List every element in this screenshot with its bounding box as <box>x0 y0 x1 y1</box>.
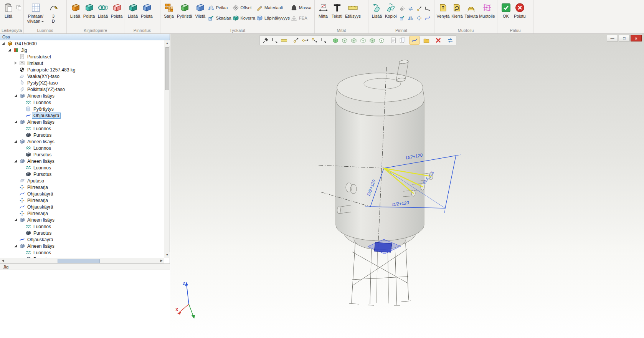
library-remove-button[interactable]: Poista <box>83 2 96 20</box>
scale-tool-button[interactable] <box>398 14 406 22</box>
muotoile-button[interactable]: Muotoile <box>479 2 495 20</box>
swap-tool-button[interactable] <box>407 5 414 13</box>
minimize-button[interactable]: — <box>607 35 618 41</box>
tank-top-head[interactable] <box>337 73 423 102</box>
tree-item-extrude[interactable]: Pursotus <box>0 171 164 177</box>
tree-item-revolve[interactable]: Pyöräytys <box>0 106 164 112</box>
tree-item-extrude[interactable]: Pursotus <box>0 230 164 236</box>
tree-item-sketch[interactable]: Luonnos <box>0 249 164 256</box>
tree-item-plane-xz[interactable]: Pysty(XZ)-taso <box>0 80 164 86</box>
kopioi-button[interactable]: Kopioi <box>384 2 398 20</box>
coating-remove-button[interactable]: Poista <box>140 2 154 20</box>
fea-button[interactable]: FEA <box>291 15 311 22</box>
pin-icon[interactable] <box>261 36 270 45</box>
materiaali-button[interactable]: Materiaali <box>256 4 290 11</box>
etaisyys-button[interactable]: Etäisyys <box>344 2 362 20</box>
ok-button[interactable]: OK <box>499 2 512 20</box>
tree-expander-icon[interactable] <box>14 218 18 222</box>
tree-item-aux-plane[interactable]: Aputaso <box>0 177 164 184</box>
snap-angle-icon[interactable] <box>301 36 310 45</box>
3d-model-scene[interactable]: D/2+120 D/2+120 D/2+120 22.5 22.5 <box>170 34 644 338</box>
tree-item-jig[interactable]: Jig <box>0 47 164 53</box>
tree-item-sketch[interactable]: Luonnos <box>0 164 164 171</box>
pick-tool-button[interactable] <box>424 5 431 13</box>
taivuta-button[interactable]: Taivuta <box>464 2 478 20</box>
pinnat-lisaa-button[interactable]: Lisää <box>370 2 383 20</box>
3d-viewport[interactable]: D/2+120 D/2+120 D/2+120 22.5 22.5 — □ × … <box>170 34 644 338</box>
tree-item-guide-curve[interactable]: Ohjauskäyrä <box>0 112 164 119</box>
view-side-icon[interactable] <box>358 36 368 45</box>
scroll-right-icon[interactable]: ▶ <box>159 258 164 263</box>
library-folder-icon[interactable] <box>422 36 431 45</box>
liita-button[interactable]: Liitä <box>2 2 15 20</box>
tree-item-part[interactable]: G4T50600 <box>0 40 164 47</box>
snap-center-icon[interactable] <box>291 36 301 45</box>
view-front-icon[interactable] <box>349 36 358 45</box>
tree-item-guide-curve[interactable]: Ohjauskäyrä <box>0 191 164 197</box>
kierra-button[interactable]: Kierrä <box>451 2 464 20</box>
tree-item-views[interactable]: Ilmiasut <box>0 60 164 66</box>
tree-expander-icon[interactable] <box>8 48 12 52</box>
koverra-button[interactable]: Koverra <box>232 15 256 22</box>
teksti-button[interactable]: Teksti <box>330 2 343 20</box>
tree-item-material-add[interactable]: Aineen lisäys <box>0 138 164 145</box>
swap-view-icon[interactable] <box>446 36 455 45</box>
tree-item-feature-series[interactable]: Piirresarja <box>0 210 164 217</box>
pattern-tool-button[interactable] <box>415 14 423 22</box>
mirror-tool-button[interactable] <box>407 14 414 22</box>
tree-expander-icon[interactable] <box>14 159 18 163</box>
offset-button[interactable]: Offset <box>232 4 256 11</box>
curve-tool-button[interactable] <box>424 14 431 22</box>
copy-button[interactable] <box>16 4 22 11</box>
feature-tree[interactable]: G4T50600JigPiirustuksetIlmiasutPainopist… <box>0 40 164 258</box>
scrollbar-thumb[interactable] <box>165 47 169 90</box>
poistu-button[interactable]: Poistu <box>513 2 527 20</box>
tree-expander-icon[interactable] <box>14 61 18 65</box>
tree-expander-icon[interactable] <box>14 94 18 98</box>
tree-item-extrude[interactable]: Pursotus <box>0 151 164 158</box>
scroll-down-icon[interactable]: ▼ <box>164 252 170 258</box>
library-add-rings-button[interactable]: Lisää <box>96 2 109 20</box>
scroll-left-icon[interactable]: ◀ <box>0 258 6 263</box>
ruler-icon[interactable] <box>279 36 289 45</box>
view-top-icon[interactable] <box>340 36 349 45</box>
tree-item-guide-curve[interactable]: Ohjauskäyrä <box>0 236 164 243</box>
tree-item-sketch[interactable]: Luonnos <box>0 145 164 151</box>
skaalaa-button[interactable]: Skaalaa <box>208 15 231 22</box>
tree-item-extrude[interactable]: Pursotus <box>0 132 164 138</box>
peilaa-button[interactable]: Peilaa <box>208 4 231 11</box>
lapinakyvyys-button[interactable]: Läpinäkyvyys <box>256 15 290 22</box>
tree-expander-icon[interactable] <box>14 120 18 124</box>
tree-item-plane-xy[interactable]: Vaaka(XY)-taso <box>0 73 164 80</box>
view-wire-icon[interactable] <box>377 36 386 45</box>
snap-tool-button[interactable] <box>415 5 423 13</box>
tree-item-material-add[interactable]: Aineen lisäys <box>0 93 164 99</box>
tree-vertical-scrollbar[interactable]: ▲ ▼ <box>164 40 170 258</box>
solid-box-icon[interactable] <box>331 36 340 45</box>
pick-corner-icon[interactable] <box>319 36 328 45</box>
insert-point-icon[interactable] <box>270 36 279 45</box>
library-add-button[interactable]: Lisää <box>69 2 82 20</box>
scroll-up-icon[interactable]: ▲ <box>164 40 170 46</box>
tree-item-material-add[interactable]: Aineen lisäys <box>0 217 164 223</box>
massa-button[interactable]: Massa <box>291 4 311 11</box>
view-iso-icon[interactable] <box>368 36 377 45</box>
tree-item-sketch[interactable]: Luonnos <box>0 125 164 132</box>
sheet-stack-icon[interactable] <box>398 36 407 45</box>
tree-item-feature-series[interactable]: Piirresarja <box>0 197 164 204</box>
tree-item-guide-curve[interactable]: Ohjauskäyrä <box>0 204 164 210</box>
tree-expander-icon[interactable] <box>2 41 6 46</box>
tree-item-feature-series[interactable]: Piirresarja <box>0 184 164 191</box>
mitta-button[interactable]: Mitta <box>317 2 330 20</box>
tree-item-material-add[interactable]: Aineen lisäys <box>0 158 164 164</box>
venyta-button[interactable]: Venytä <box>436 2 450 20</box>
tree-expander-icon[interactable] <box>14 139 18 144</box>
tank-shell[interactable] <box>336 100 424 241</box>
maximize-button[interactable]: □ <box>619 35 630 41</box>
3d-sketch-button[interactable]: 3 D <box>46 2 60 24</box>
close-button[interactable]: × <box>631 35 642 41</box>
sheet-icon[interactable] <box>389 36 398 45</box>
sarja-button[interactable]: Sarja <box>162 2 175 20</box>
tree-item-material-add[interactable]: Aineen lisäys <box>0 119 164 125</box>
pyorista-button[interactable]: Pyöristä <box>176 2 193 20</box>
